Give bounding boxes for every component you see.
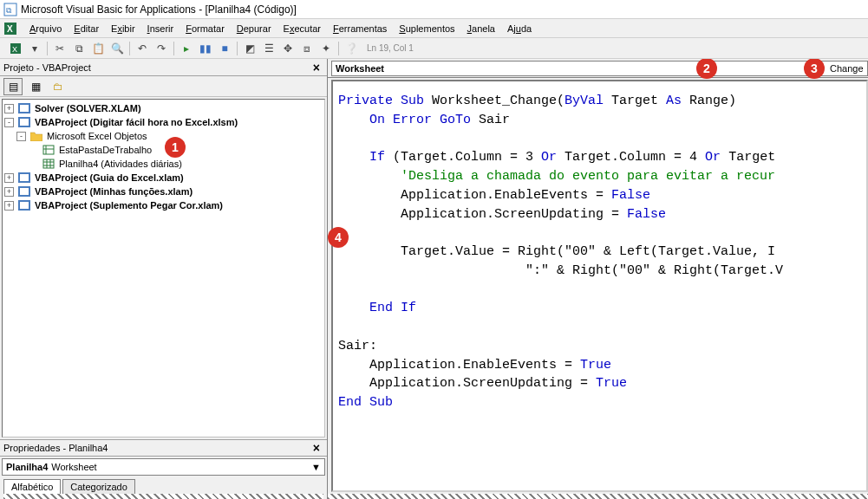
svg-rect-10: [43, 146, 54, 154]
undo-icon[interactable]: ↶: [134, 40, 151, 57]
code-line: Application.ScreenUpdating = True: [338, 374, 861, 393]
code-line: Private Sub Worksheet_Change(ByVal Targe…: [338, 92, 861, 111]
properties-object-type: Worksheet: [51, 462, 96, 472]
menu-formatar[interactable]: Formatar: [180, 22, 230, 36]
menubar: X Arquivo Editar Exibir Inserir Formatar…: [0, 19, 868, 38]
code-line: 'Desliga a chamada do evento para evitar…: [338, 167, 861, 186]
svg-rect-21: [20, 188, 29, 195]
resize-hatch: [328, 494, 868, 499]
properties-title: Propriedades - Planilha4: [3, 443, 108, 453]
tree-node[interactable]: +VBAProject (Guia do Excel.xlam): [4, 171, 323, 185]
tab-categorizado[interactable]: Categorizado: [62, 479, 134, 494]
cut-icon[interactable]: ✂: [51, 40, 69, 57]
toggle-folders-icon[interactable]: 🗀: [49, 78, 68, 95]
vba-project-icon: [17, 116, 31, 128]
paste-icon[interactable]: 📋: [89, 40, 107, 57]
vba-project-icon: [17, 102, 31, 114]
tree-label: Solver (SOLVER.XLAM): [35, 103, 141, 113]
view-object-icon[interactable]: ▦: [26, 78, 45, 95]
line-col-status: Ln 19, Col 1: [362, 43, 414, 53]
svg-rect-7: [20, 105, 29, 112]
code-dropdown-row: Worksheet Change 2 3: [328, 59, 868, 78]
tree-expander-icon: [29, 159, 38, 169]
menu-inserir[interactable]: Inserir: [142, 22, 179, 36]
left-pane: Projeto - VBAProject × ▤ ▦ 🗀 +Solver (SO…: [0, 59, 328, 499]
object-dropdown[interactable]: Worksheet: [331, 61, 401, 76]
tree-expander-icon[interactable]: +: [4, 104, 14, 113]
find-icon[interactable]: 🔍: [108, 40, 126, 57]
code-line: End Sub: [338, 393, 861, 412]
close-icon[interactable]: ×: [310, 441, 323, 455]
tree-node[interactable]: -Microsoft Excel Objetos: [4, 129, 323, 143]
workbook-icon: [42, 144, 55, 156]
design-mode-icon[interactable]: ◩: [241, 40, 258, 57]
svg-rect-9: [20, 119, 29, 126]
menu-editar[interactable]: Editar: [69, 22, 104, 36]
svg-text:⧉: ⧉: [6, 6, 12, 15]
callout-badge-3: 3: [804, 59, 825, 79]
view-code-icon[interactable]: ▤: [3, 78, 23, 95]
tree-expander-icon[interactable]: +: [4, 173, 14, 183]
code-line: Application.EnableEvents = False: [338, 186, 861, 205]
code-editor[interactable]: Private Sub Worksheet_Change(ByVal Targe…: [331, 80, 868, 492]
reset-icon[interactable]: ■: [216, 40, 233, 57]
tree-expander-icon[interactable]: +: [4, 187, 14, 197]
tree-label: VBAProject (Minhas funções.xlam): [35, 186, 193, 197]
tree-node[interactable]: +VBAProject (Minhas funções.xlam): [4, 185, 323, 198]
code-pane: Worksheet Change 2 3 Private Sub Workshe…: [328, 59, 868, 499]
svg-rect-23: [20, 202, 29, 209]
tool-dropdown-icon[interactable]: ▾: [26, 40, 43, 57]
view-excel-icon[interactable]: X: [7, 40, 24, 57]
tree-node[interactable]: Planilha4 (Atividades diárias): [4, 157, 323, 171]
code-line: ":" & Right("00" & Right(Target.V: [338, 262, 861, 281]
menu-ferramentas[interactable]: Ferramentas: [328, 22, 392, 36]
properties-icon[interactable]: ✥: [279, 40, 297, 57]
tree-label: VBAProject (Suplemento Pegar Cor.xlam): [35, 200, 223, 211]
tree-expander-icon[interactable]: +: [4, 201, 14, 211]
object-browser-icon[interactable]: ⧈: [298, 40, 316, 57]
close-icon[interactable]: ×: [310, 61, 323, 75]
menu-suplementos[interactable]: Suplementos: [394, 22, 460, 36]
resize-hatch: [3, 494, 323, 499]
copy-icon[interactable]: ⧉: [70, 40, 88, 57]
code-line: [338, 130, 861, 149]
titlebar: ⧉ Microsoft Visual Basic for Application…: [0, 0, 868, 19]
project-tree[interactable]: +Solver (SOLVER.XLAM)-VBAProject (Digita…: [2, 99, 325, 437]
tree-node[interactable]: EstaPastaDeTrabalho: [4, 143, 323, 157]
code-line: End If: [338, 299, 861, 318]
run-icon[interactable]: ▸: [178, 40, 195, 57]
project-explorer-icon[interactable]: ☰: [260, 40, 277, 57]
properties-object-name: Planilha4: [6, 462, 48, 472]
tree-node[interactable]: -VBAProject (Digitar fácil hora no Excel…: [4, 115, 323, 129]
help-icon[interactable]: ❔: [343, 40, 360, 57]
tree-expander-icon[interactable]: -: [4, 118, 14, 127]
app-icon: ⧉: [3, 3, 17, 16]
menu-ajuda[interactable]: Ajuda: [502, 22, 537, 36]
menu-arquivo[interactable]: Arquivo: [24, 22, 67, 36]
tree-label: EstaPastaDeTrabalho: [59, 145, 152, 155]
tree-expander-icon[interactable]: -: [16, 132, 26, 141]
tree-label: Planilha4 (Atividades diárias): [59, 159, 182, 169]
menu-depurar[interactable]: Depurar: [232, 22, 277, 36]
toolbar: X ▾ ✂ ⧉ 📋 🔍 ↶ ↷ ▸ ▮▮ ■ ◩ ☰ ✥ ⧈ ✦ ❔ Ln 19…: [0, 38, 868, 59]
menu-janela[interactable]: Janela: [462, 22, 500, 36]
procedure-dropdown[interactable]: Change: [826, 61, 868, 76]
tree-label: VBAProject (Digitar fácil hora no Excel.…: [35, 117, 238, 127]
vba-project-icon: [17, 185, 31, 198]
redo-icon[interactable]: ↷: [153, 40, 170, 57]
properties-tabs: Alfabético Categorizado: [0, 477, 327, 494]
tree-node[interactable]: +VBAProject (Suplemento Pegar Cor.xlam): [4, 198, 323, 212]
toolbox-icon[interactable]: ✦: [317, 40, 335, 57]
svg-text:X: X: [12, 45, 17, 54]
tree-node[interactable]: +Solver (SOLVER.XLAM): [4, 101, 323, 115]
vba-project-icon: [17, 199, 31, 211]
code-line: [338, 224, 861, 243]
code-line: Sair:: [338, 337, 861, 356]
tab-alfabetico[interactable]: Alfabético: [3, 479, 61, 494]
tree-label: Microsoft Excel Objetos: [47, 131, 147, 141]
menu-exibir[interactable]: Exibir: [106, 22, 140, 36]
callout-badge-1: 1: [165, 137, 186, 158]
properties-object-selector[interactable]: Planilha4 Worksheet ▼: [2, 458, 325, 476]
break-icon[interactable]: ▮▮: [197, 40, 214, 57]
menu-executar[interactable]: Executar: [278, 22, 326, 36]
